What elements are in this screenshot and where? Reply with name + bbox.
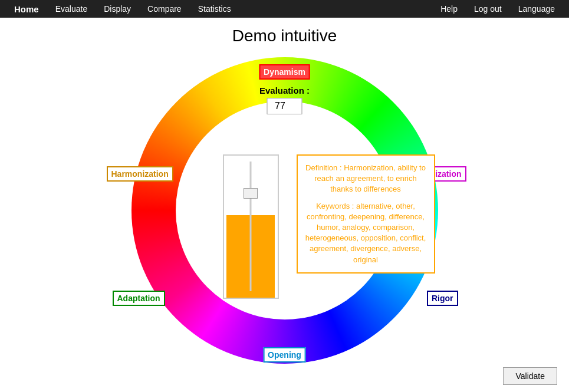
label-dynamism: Dynamism — [259, 64, 310, 80]
nav-logout[interactable]: Log out — [466, 0, 510, 18]
page-title: Demo intuitive — [232, 27, 337, 45]
nav-right: Help Log out Language — [432, 0, 563, 18]
bar-container[interactable] — [223, 154, 279, 299]
bar-slider-thumb[interactable] — [244, 188, 258, 199]
wheel-container: Dynamism Harmonization Optimization Adap… — [102, 51, 468, 370]
definition-text: Definition : Harmonization, ability to r… — [305, 163, 427, 195]
validate-button[interactable]: Validate — [503, 367, 557, 385]
label-opening: Opening — [263, 347, 306, 363]
evaluation-section: Evaluation : — [259, 85, 310, 114]
eval-input-wrap — [267, 98, 302, 114]
label-adaptation: Adaptation — [113, 291, 165, 306]
nav-display[interactable]: Display — [96, 0, 139, 18]
nav-statistics[interactable]: Statistics — [190, 0, 239, 18]
eval-label: Evaluation : — [259, 85, 310, 95]
nav-help[interactable]: Help — [432, 0, 466, 18]
nav-left: Home Evaluate Display Compare Statistics — [6, 0, 239, 18]
label-rigor: Rigor — [427, 291, 458, 306]
keywords-label: Keywords : — [316, 202, 356, 210]
label-harmonization: Harmonization — [107, 166, 173, 182]
keywords-text: Keywords : alternative, other, confronti… — [305, 201, 427, 265]
eval-input[interactable] — [267, 98, 302, 114]
nav-evaluate[interactable]: Evaluate — [47, 0, 96, 18]
main-nav: Home Evaluate Display Compare Statistics… — [0, 0, 569, 18]
bar-slider-track — [250, 162, 252, 291]
nav-compare[interactable]: Compare — [139, 0, 190, 18]
nav-home[interactable]: Home — [6, 0, 47, 18]
main-content: Demo intuitive Dynamism Harmonization Op… — [0, 18, 569, 392]
definition-box: Definition : Harmonization, ability to r… — [297, 154, 435, 274]
keywords-values: alternative, other, confronting, deepeni… — [305, 202, 426, 264]
nav-language[interactable]: Language — [510, 0, 563, 18]
